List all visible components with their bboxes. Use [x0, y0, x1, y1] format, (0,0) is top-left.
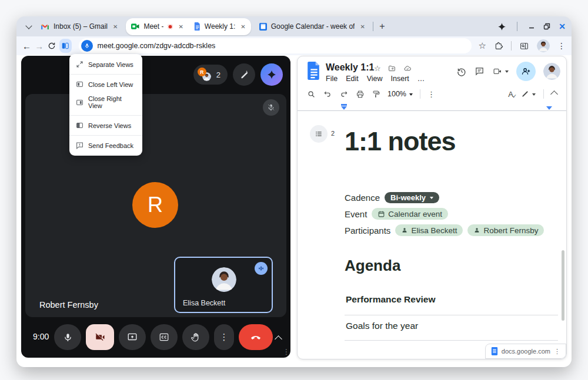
new-tab-button[interactable]: + — [376, 20, 389, 33]
split-view-icon — [61, 42, 70, 50]
redo-icon[interactable] — [339, 90, 349, 98]
comments-icon[interactable] — [475, 66, 485, 76]
print-icon[interactable] — [356, 90, 365, 99]
back-button[interactable]: ← — [22, 39, 31, 53]
tab-calendar[interactable]: Google Calendar - week of ✕ — [254, 16, 370, 36]
domain-badge: docs.google.com ⋮ — [485, 344, 566, 359]
move-folder-icon[interactable] — [387, 65, 396, 72]
video-camera-icon — [492, 67, 503, 76]
toolbar-overflow-icon[interactable]: ⋮ — [427, 90, 435, 99]
indent-marker-bar[interactable] — [341, 104, 347, 106]
tab-gmail[interactable]: Inbox (5) – Gmail ✕ — [35, 16, 123, 36]
event-label: Event — [345, 209, 367, 219]
browser-profile-avatar[interactable] — [537, 39, 550, 52]
tab-close-icon[interactable]: ✕ — [113, 23, 118, 30]
gemini-button[interactable] — [260, 63, 283, 86]
present-icon — [127, 332, 138, 342]
outline-count-badge: 2 — [331, 130, 335, 137]
person-chip-icon — [473, 227, 480, 234]
paint-format-icon[interactable] — [372, 90, 380, 99]
version-history-icon[interactable] — [456, 66, 467, 77]
extensions-icon[interactable] — [494, 41, 503, 51]
more-options-button[interactable]: ⋮ — [214, 324, 234, 350]
outline-button[interactable] — [310, 125, 328, 143]
tab-close-icon[interactable]: ✕ — [240, 23, 245, 30]
docs-scrollbar[interactable] — [562, 250, 564, 321]
menu-edit[interactable]: Edit — [346, 75, 359, 83]
close-window-button[interactable]: ✕ — [559, 22, 566, 31]
close-right-view-icon — [76, 99, 83, 106]
meet-join-button[interactable] — [492, 67, 509, 76]
menu-item-close-right-view[interactable]: Close Right View — [69, 92, 142, 113]
agenda-heading[interactable]: Agenda — [345, 257, 400, 275]
document-title[interactable]: Weekly 1:1 — [326, 62, 374, 73]
present-button[interactable] — [119, 324, 146, 350]
minimize-button[interactable] — [528, 23, 535, 30]
docs-logo-icon — [307, 62, 320, 80]
participant-chip[interactable]: Elisa Beckett — [395, 224, 463, 236]
toolbar-divider — [543, 89, 544, 99]
menu-item-separate-views[interactable]: Separate Views — [69, 57, 142, 72]
forward-button[interactable]: → — [35, 39, 44, 53]
voice-search-icon[interactable] — [81, 40, 93, 52]
menu-item-reverse-views[interactable]: Reverse Views — [69, 118, 142, 133]
split-resize-handle[interactable]: ⋮ — [283, 348, 290, 356]
search-icon[interactable] — [307, 90, 316, 99]
undo-icon[interactable] — [323, 90, 332, 98]
captions-button[interactable] — [151, 324, 178, 350]
share-button[interactable] — [516, 62, 536, 81]
mic-button[interactable] — [54, 324, 81, 350]
menu-view[interactable]: View — [367, 75, 383, 83]
cadence-dropdown-chip[interactable]: Bi-weekly — [385, 192, 439, 203]
bookmark-star-icon[interactable]: ☆ — [479, 41, 486, 51]
tab-search-chevron[interactable] — [22, 20, 35, 33]
tab-docs[interactable]: Weekly 1: ✕ — [189, 18, 251, 35]
participants-pill[interactable]: R 2 — [193, 65, 228, 85]
address-bar[interactable]: meet.google.com/zdgv-adcdb-rskles — [79, 38, 472, 53]
magic-pen-button[interactable] — [233, 63, 255, 86]
menu-divider — [69, 115, 142, 116]
participant-chip[interactable]: Robert Fernsby — [467, 224, 544, 236]
camera-off-button[interactable] — [86, 324, 114, 350]
agenda-item[interactable]: Performance Review — [346, 294, 436, 305]
end-call-icon — [250, 331, 262, 343]
split-view-button[interactable] — [59, 39, 71, 53]
cloud-status-icon[interactable] — [403, 65, 412, 72]
controls-divider — [517, 22, 517, 31]
reload-button[interactable] — [47, 39, 56, 53]
menu-insert[interactable]: Insert — [391, 75, 409, 83]
separate-views-icon — [76, 60, 83, 68]
tab-divider — [373, 22, 373, 31]
side-panel-search-icon[interactable] — [519, 42, 529, 51]
agenda-item[interactable]: Goals for the year — [346, 321, 418, 331]
calendar-event-chip[interactable]: Calendar event — [372, 208, 448, 220]
restore-button[interactable] — [543, 23, 550, 30]
end-call-button[interactable] — [239, 324, 273, 350]
badge-overflow-icon[interactable]: ⋮ — [554, 348, 560, 355]
zoom-control[interactable]: 100% — [387, 90, 413, 98]
spelling-check-icon[interactable]: A✓ — [508, 90, 513, 99]
gemini-icon — [266, 69, 277, 80]
star-document-icon[interactable]: ☆ — [374, 64, 381, 73]
url-text: meet.google.com/zdgv-adcdb-rskles — [98, 42, 216, 50]
menu-file[interactable]: File — [326, 75, 338, 83]
menu-item-close-left-view[interactable]: Close Left View — [69, 77, 142, 92]
tab-close-icon[interactable]: ✕ — [360, 23, 365, 30]
menu-item-send-feedback[interactable]: Send Feedback — [69, 138, 142, 153]
pen-mode-button[interactable] — [521, 90, 536, 98]
menu-overflow[interactable]: … — [417, 75, 425, 83]
self-video-tile[interactable]: Elisa Beckett — [174, 257, 273, 313]
raise-hand-button[interactable] — [182, 324, 209, 350]
hide-menus-chevron[interactable] — [552, 89, 557, 99]
collapse-controls-chevron[interactable] — [276, 334, 281, 344]
gemini-sparkle-icon[interactable] — [497, 22, 506, 31]
tab-meet[interactable]: Meet - ✕ — [126, 18, 188, 35]
meet-icon — [131, 23, 139, 30]
tab-close-icon[interactable]: ✕ — [178, 23, 183, 30]
docs-menubar: File Edit View Insert … — [326, 75, 425, 83]
doc-heading[interactable]: 1:1 notes — [345, 126, 456, 157]
browser-menu-icon[interactable]: ⋮ — [557, 41, 566, 51]
docs-profile-avatar[interactable] — [543, 63, 560, 80]
pen-icon — [521, 90, 529, 98]
reverse-views-icon — [76, 122, 83, 129]
